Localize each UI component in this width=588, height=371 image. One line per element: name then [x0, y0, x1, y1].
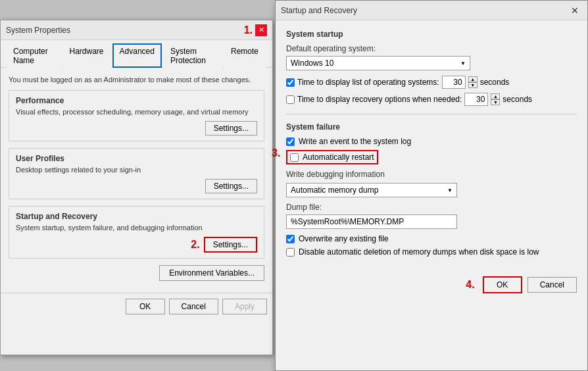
write-event-label: Write an event to the system log	[299, 137, 411, 146]
user-profiles-label: User Profiles	[16, 154, 257, 163]
auto-restart-label: Automatically restart	[303, 153, 374, 162]
system-startup-label: System startup	[286, 30, 577, 39]
annotation-4: 4.	[466, 279, 474, 291]
tab-hardware[interactable]: Hardware	[62, 43, 111, 68]
admin-notice: You must be logged on as an Administrato…	[9, 76, 264, 84]
auto-restart-checkbox[interactable]	[290, 153, 299, 162]
overwrite-row: Overwrite any existing file	[286, 234, 577, 243]
time-recovery-label: Time to display recovery options when ne…	[297, 95, 462, 104]
time-display-os-label: Time to display list of operating system…	[297, 78, 439, 87]
tab-computer-name[interactable]: Computer Name	[6, 43, 61, 68]
apply-button[interactable]: Apply	[222, 299, 267, 314]
startup-recovery-dialog-title: Startup and Recovery	[281, 6, 357, 15]
default-os-label: Default operating system:	[286, 44, 577, 53]
time-display-os-row: Time to display list of operating system…	[286, 76, 577, 89]
system-failure-label: System failure	[286, 122, 340, 132]
startup-recovery-section: Startup and Recovery System startup, sys…	[9, 206, 264, 259]
system-properties-bottom-bar: OK Cancel Apply	[1, 293, 272, 320]
overwrite-label: Overwrite any existing file	[299, 234, 389, 243]
write-event-checkbox[interactable]	[286, 137, 295, 146]
startup-recovery-desc: System startup, system failure, and debu…	[16, 224, 257, 232]
tab-bar: Computer Name Hardware Advanced System P…	[1, 40, 272, 68]
performance-section: Performance Visual effects, processor sc…	[9, 90, 264, 141]
user-profiles-settings-button[interactable]: Settings...	[205, 179, 257, 193]
user-profiles-section: User Profiles Desktop settings related t…	[9, 148, 264, 199]
ok-button[interactable]: OK	[126, 299, 165, 314]
system-properties-title: System Properties	[6, 26, 70, 35]
time-recovery-up[interactable]: ▲	[491, 93, 500, 99]
close-button[interactable]: ✕	[255, 24, 267, 36]
debugging-dropdown[interactable]: Automatic memory dump ▼	[286, 183, 457, 197]
time-display-os-down[interactable]: ▼	[468, 82, 478, 88]
time-recovery-down[interactable]: ▼	[491, 99, 500, 105]
time-recovery-unit: seconds	[502, 95, 532, 104]
time-display-os-input[interactable]	[442, 76, 466, 89]
disable-auto-delete-label: Disable automatic deletion of memory dum…	[299, 247, 539, 257]
default-os-dropdown[interactable]: Windows 10 ▼	[286, 56, 470, 70]
write-debugging-label: Write debugging information	[286, 170, 577, 179]
time-recovery-checkbox[interactable]	[286, 95, 295, 104]
performance-desc: Visual effects, processor scheduling, me…	[16, 108, 257, 116]
system-properties-content: You must be logged on as an Administrato…	[1, 68, 272, 293]
annotation-1: 1.	[244, 24, 253, 36]
time-display-os-up[interactable]: ▲	[468, 76, 478, 82]
annotation-2: 2.	[191, 239, 199, 251]
system-properties-titlebar: System Properties 1. ✕	[1, 20, 272, 40]
disable-auto-delete-checkbox[interactable]	[286, 248, 295, 257]
cancel-button[interactable]: Cancel	[169, 299, 218, 314]
performance-label: Performance	[16, 96, 257, 105]
annotation-3: 3.	[272, 147, 280, 159]
tab-system-protection[interactable]: System Protection	[163, 43, 222, 68]
system-properties-window: System Properties 1. ✕ Computer Name Har…	[0, 20, 273, 355]
tab-remote[interactable]: Remote	[224, 43, 266, 68]
startup-recovery-close-button[interactable]: ✕	[568, 3, 582, 18]
disable-auto-delete-row: Disable automatic deletion of memory dum…	[286, 247, 577, 257]
debugging-dropdown-arrow-icon: ▼	[447, 187, 453, 193]
environment-variables-button[interactable]: Environment Variables...	[159, 265, 264, 281]
dump-file-label: Dump file:	[286, 203, 577, 212]
time-display-os-unit: seconds	[480, 78, 510, 87]
startup-recovery-dialog: Startup and Recovery ✕ System startup De…	[275, 0, 588, 371]
startup-recovery-content: System startup Default operating system:…	[276, 20, 587, 303]
startup-recovery-ok-button[interactable]: OK	[483, 276, 522, 293]
user-profiles-desc: Desktop settings related to your sign-in	[16, 166, 257, 174]
default-os-value: Windows 10	[291, 59, 333, 68]
time-display-os-checkbox[interactable]	[286, 78, 295, 87]
startup-recovery-label: Startup and Recovery	[16, 212, 257, 221]
overwrite-checkbox[interactable]	[286, 235, 295, 243]
time-recovery-input[interactable]	[464, 93, 488, 106]
performance-settings-button[interactable]: Settings...	[205, 121, 257, 136]
debugging-value: Automatic memory dump	[291, 186, 378, 195]
dump-file-input[interactable]	[286, 214, 457, 229]
time-recovery-row: Time to display recovery options when ne…	[286, 93, 577, 106]
tab-advanced[interactable]: Advanced	[112, 43, 162, 68]
startup-recovery-titlebar: Startup and Recovery ✕	[276, 1, 587, 20]
startup-recovery-settings-button[interactable]: Settings...	[204, 237, 257, 253]
write-event-row: Write an event to the system log	[286, 137, 577, 146]
dropdown-arrow-icon: ▼	[460, 61, 466, 66]
auto-restart-row: 3. Automatically restart	[286, 150, 577, 164]
startup-recovery-cancel-button[interactable]: Cancel	[527, 277, 577, 293]
